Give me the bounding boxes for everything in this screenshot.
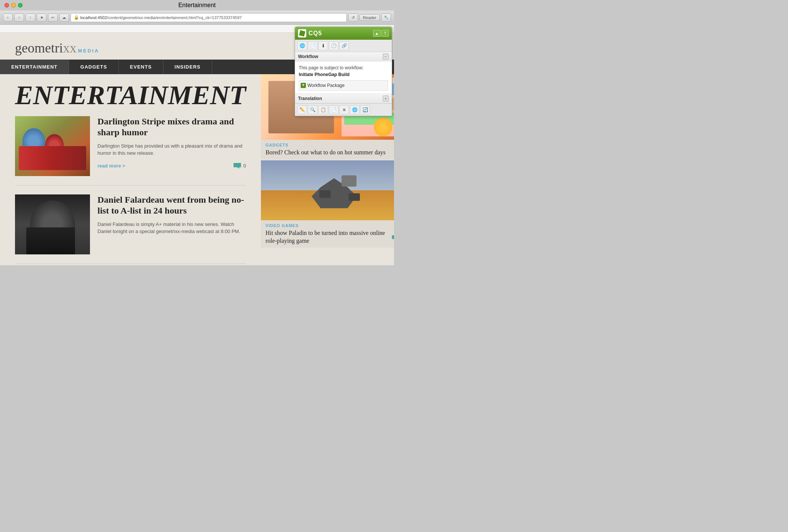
- bookmark-button[interactable]: ★: [37, 13, 46, 22]
- side-title-2: Hit show Paladin to be turned into massi…: [265, 229, 390, 245]
- cq5-workflow-name: Initiate PhoneGap Build: [299, 72, 349, 77]
- cq5-trans-tool-refresh[interactable]: 🔄: [360, 105, 370, 114]
- side-card-image-2: [261, 160, 394, 220]
- url-protocol: localhost:4502: [80, 15, 107, 20]
- nav-insiders[interactable]: INSIDERS: [163, 60, 212, 74]
- cq5-translation-section: Translation + ✏️ 🔍 📋 📄 ≡ 🌐 🔄: [295, 94, 392, 116]
- comment-icon-1: [234, 163, 241, 169]
- cq5-workflow-section: Workflow − This page is subject to workf…: [295, 52, 392, 94]
- main-content: ENTERTAINMENT Darlington Stripe mix: [0, 74, 261, 265]
- read-more-1[interactable]: read more >: [97, 163, 125, 169]
- cq5-header-buttons: ▲ ?: [373, 30, 389, 37]
- cq5-panel: CQ5 ▲ ? 🌐 📄 ℹ 🕐 🔗 Workflow − This page i…: [295, 27, 392, 116]
- cq5-package-label: Workflow Package: [307, 82, 345, 89]
- nav-entertainment[interactable]: ENTERTAINMENT: [0, 60, 69, 74]
- article-footer-1: read more > 0: [97, 163, 246, 169]
- side-card-body-2: VIDEO GAMES Hit show Paladin to be turne…: [261, 220, 394, 248]
- comment-count-1: 0: [243, 163, 246, 169]
- cq5-translation-header: Translation +: [295, 94, 392, 103]
- share-button[interactable]: ↑: [25, 13, 35, 22]
- cloud-button[interactable]: ☁: [59, 13, 69, 22]
- cq5-logo: CQ5: [298, 29, 322, 37]
- nav-events[interactable]: EVENTS: [119, 60, 163, 74]
- article-card-1: Darlington Stripe mixes drama and sharp …: [15, 116, 246, 185]
- maximize-button[interactable]: [18, 3, 22, 7]
- close-button[interactable]: [4, 3, 9, 7]
- cq5-workflow-header: Workflow −: [295, 52, 392, 61]
- refresh-button[interactable]: ↺: [348, 13, 358, 22]
- side-card-body-1: GADGETS Bored? Check out what to do on h…: [261, 140, 394, 160]
- side-card-footer-2: Hit show Paladin to be turned into massi…: [265, 229, 394, 245]
- logo-media: MEDIA: [78, 48, 99, 54]
- reader-button[interactable]: Reader: [360, 14, 380, 21]
- cq5-header: CQ5 ▲ ?: [295, 27, 392, 40]
- article-card-2: Daniel Falardeau went from being no-list…: [15, 194, 246, 264]
- article-body-1: Darlington Stripe mixes drama and sharp …: [97, 116, 246, 176]
- cq5-cube-icon: [299, 30, 305, 36]
- cq5-trans-tool-lines[interactable]: ≡: [339, 105, 349, 114]
- side-comment-icon-2: [392, 235, 394, 241]
- cq5-package-arrow[interactable]: ▼: [301, 83, 306, 88]
- article-image-1: [15, 116, 90, 176]
- cq5-trans-tool-edit[interactable]: ✏️: [297, 105, 307, 114]
- cq5-tool-globe[interactable]: 🌐: [297, 41, 307, 50]
- cq5-toolbar: 🌐 📄 ℹ 🕐 🔗: [295, 40, 392, 52]
- cq5-trans-tool-list[interactable]: 📋: [318, 105, 328, 114]
- article-body-2: Daniel Falardeau went from being no-list…: [97, 194, 246, 254]
- back-button2[interactable]: ↩: [48, 13, 58, 22]
- cq5-trans-tool-doc[interactable]: 📄: [329, 105, 339, 114]
- cq5-trans-tool-search[interactable]: 🔍: [308, 105, 318, 114]
- page-title: ENTERTAINMENT: [15, 82, 246, 109]
- article-image-2: [15, 194, 90, 254]
- cq5-bottom-toolbar: ✏️ 🔍 📋 📄 ≡ 🌐 🔄: [295, 103, 392, 116]
- cq5-trans-tool-globe[interactable]: 🌐: [350, 105, 360, 114]
- browser-chrome: Entertainment ‹ › ↑ ★ ↩ ☁ 🔒 localhost:45…: [0, 0, 394, 25]
- minimize-button[interactable]: [11, 3, 16, 7]
- side-category-2: VIDEO GAMES: [265, 223, 394, 228]
- back-button[interactable]: ‹: [3, 13, 13, 22]
- article-title-2: Daniel Falardeau went from being no-list…: [97, 194, 246, 216]
- cq5-tool-network[interactable]: 🔗: [339, 41, 349, 50]
- forward-button[interactable]: ›: [14, 13, 24, 22]
- extensions-button[interactable]: 🔧: [381, 13, 391, 22]
- address-bar[interactable]: 🔒 localhost:4502/content/geometrixx-medi…: [70, 13, 347, 22]
- logo-text: geometrixx: [15, 40, 76, 56]
- url-icon: 🔒: [74, 15, 79, 20]
- cq5-package-row: ▼ Workflow Package: [299, 80, 388, 91]
- side-card-2: VIDEO GAMES Hit show Paladin to be turne…: [261, 160, 394, 248]
- cq5-tool-page[interactable]: 📄: [308, 41, 318, 50]
- browser-title: Entertainment: [178, 2, 216, 9]
- side-title-1: Bored? Check out what to do on hot summe…: [265, 149, 394, 157]
- cq5-tool-clock[interactable]: 🕐: [329, 41, 339, 50]
- side-category-1: GADGETS: [265, 143, 394, 147]
- cq5-translation-expand[interactable]: +: [383, 96, 389, 102]
- comment-badge-1: 0: [234, 163, 246, 169]
- article-title-1: Darlington Stripe mixes drama and sharp …: [97, 116, 246, 138]
- cq5-title: CQ5: [309, 30, 322, 37]
- article-excerpt-1: Darlington Stripe has provided us with a…: [97, 142, 246, 157]
- cq5-tool-info[interactable]: ℹ: [318, 41, 328, 50]
- cq5-workflow-text: This page is subject to workflow:: [299, 65, 364, 70]
- cq5-up-button[interactable]: ▲: [373, 30, 381, 37]
- page-wrapper: (Anonymous Surfer) Sign In Sign Up geome…: [0, 25, 394, 265]
- cq5-help-button[interactable]: ?: [381, 30, 389, 37]
- window-controls: [4, 3, 22, 7]
- cq5-logo-icon: [298, 29, 306, 37]
- logo: geometrixx MEDIA: [15, 40, 99, 56]
- cq5-workflow-label: Workflow: [298, 54, 318, 59]
- cq5-translation-label: Translation: [298, 96, 322, 101]
- cq5-workflow-body: This page is subject to workflow: Initia…: [295, 61, 392, 94]
- url-path: /content/geometrixx-media/en/entertainme…: [107, 15, 242, 20]
- cq5-workflow-collapse[interactable]: −: [383, 54, 389, 60]
- nav-gadgets[interactable]: GADGETS: [69, 60, 118, 74]
- article-excerpt-2: Daniel Falardeau is simply A+ material i…: [97, 221, 246, 235]
